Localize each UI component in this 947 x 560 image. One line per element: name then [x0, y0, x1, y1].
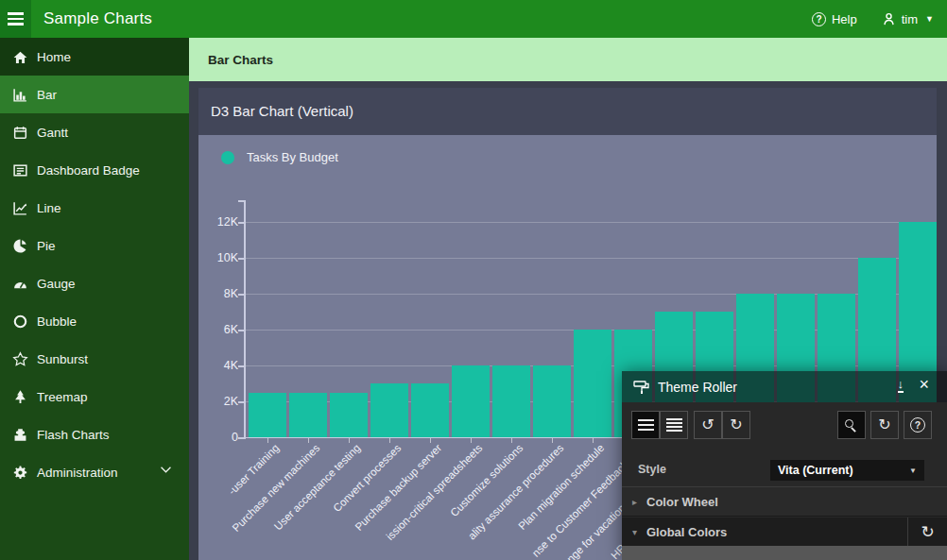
home-icon [10, 49, 29, 65]
caret-right-icon: ▸ [632, 497, 644, 507]
bar[interactable] [289, 393, 327, 438]
chevron-down-icon [160, 466, 172, 474]
line-chart-icon [10, 200, 29, 216]
x-axis-tick [308, 438, 309, 443]
style-select-value: Vita (Current) [778, 464, 853, 477]
undo-button[interactable]: ↺ [694, 411, 722, 439]
section-label: Color Wheel [646, 495, 718, 509]
sidebar-item-flash-charts[interactable]: Flash Charts [0, 416, 189, 453]
sidebar-item-gauge[interactable]: Gauge [0, 264, 189, 302]
y-axis-label: 4K [198, 358, 238, 373]
bar-chart-icon [10, 87, 29, 103]
refresh-icon: ↻ [878, 417, 890, 433]
search-button[interactable] [837, 411, 866, 439]
bar[interactable] [574, 330, 611, 437]
sidebar-item-bubble[interactable]: Bubble [0, 302, 189, 340]
sunburst-icon [10, 351, 29, 367]
bubble-icon [10, 314, 29, 330]
theme-roller-toolbar: ↺ ↻ ↻ ? [622, 402, 947, 453]
section-global-colors[interactable]: ▾ Global Colors ↻ [622, 518, 947, 546]
sidebar-item-line[interactable]: Line [0, 189, 189, 227]
y-axis-label: 2K [198, 394, 238, 409]
legend-marker-icon [221, 151, 234, 164]
section-label: Global Colors [646, 525, 727, 539]
help-button[interactable]: ? Help [812, 12, 857, 26]
gridline [244, 258, 937, 259]
y-axis [244, 200, 246, 439]
sidebar-item-pie[interactable]: Pie [0, 227, 189, 264]
sidebar-item-label: Home [37, 50, 71, 64]
sidebar-item-label: Gauge [37, 277, 76, 291]
y-axis-label: 8K [198, 286, 238, 301]
flash-charts-icon [10, 427, 29, 443]
style-select[interactable]: Vita (Current) ▼ [770, 460, 924, 481]
chart-legend[interactable]: Tasks By Budget [221, 150, 338, 164]
sidebar-item-label: Pie [37, 239, 56, 253]
theme-roller-title: Theme Roller [658, 380, 737, 395]
sidebar-item-label: Bar [37, 88, 57, 102]
sidebar-item-label: Administration [37, 466, 118, 480]
dashboard-badge-icon [10, 162, 29, 178]
redo-button[interactable]: ↻ [722, 411, 750, 439]
y-axis-label: 0 [198, 430, 238, 445]
sidebar-item-treemap[interactable]: Treemap [0, 378, 189, 416]
help-toolbar-button[interactable]: ? [904, 411, 932, 439]
panel-header: D3 Bar Chart (Vertical) [198, 88, 937, 135]
help-label: Help [832, 12, 857, 26]
theme-roller-panel: Theme Roller ↓ × ↺ ↻ ↻ ? [622, 371, 947, 560]
x-axis-tick [349, 438, 350, 443]
y-axis-label: 10K [198, 250, 238, 265]
caret-down-icon: ▼ [925, 14, 934, 24]
bar[interactable] [452, 365, 490, 437]
menu-button[interactable] [0, 0, 31, 38]
x-axis-tick [471, 438, 472, 443]
search-icon [845, 419, 853, 428]
sidebar-item-label: Flash Charts [37, 428, 110, 442]
sidebar-item-label: Line [37, 201, 61, 215]
legend-label: Tasks By Budget [247, 150, 338, 164]
style-label: Style [638, 463, 666, 476]
topbar-right: ? Help tim ▼ [812, 0, 934, 38]
y-axis-label: 6K [198, 322, 238, 337]
user-menu[interactable]: tim ▼ [882, 11, 934, 26]
list-dense-button[interactable] [660, 411, 688, 439]
global-colors-refresh-button[interactable]: ↻ [907, 518, 947, 546]
sidebar-item-bar[interactable]: Bar [0, 76, 189, 113]
sidebar-item-label: Sunburst [37, 352, 88, 366]
sidebar-item-sunburst[interactable]: Sunburst [0, 340, 189, 378]
x-axis-tick [511, 438, 512, 443]
close-icon[interactable]: × [919, 375, 929, 395]
x-axis-tick [267, 438, 268, 443]
style-row: Style Vita (Current) ▼ [622, 453, 947, 486]
breadcrumb-title: Bar Charts [208, 53, 273, 67]
sidebar-item-administration[interactable]: Administration [0, 453, 189, 491]
app-title: Sample Charts [43, 0, 152, 38]
user-name: tim [902, 12, 918, 26]
theme-roller-body: ↺ ↻ ↻ ? Style Vita (Current) ▼ ▸ [622, 402, 947, 546]
sidebar-item-dashboard-badge[interactable]: Dashboard Badge [0, 151, 189, 189]
list-dense-icon [666, 418, 682, 432]
undo-icon: ↺ [701, 417, 714, 433]
y-axis-label: 12K [198, 214, 238, 229]
bar[interactable] [492, 365, 530, 437]
x-axis-tick [552, 438, 553, 443]
section-color-wheel[interactable]: ▸ Color Wheel [622, 486, 947, 517]
sidebar-item-home[interactable]: Home [0, 38, 189, 76]
bar[interactable] [411, 383, 449, 437]
download-icon[interactable]: ↓ [898, 378, 904, 393]
user-icon [882, 11, 896, 26]
sidebar-item-gantt[interactable]: Gantt [0, 113, 189, 151]
help-icon: ? [812, 12, 826, 26]
bar[interactable] [370, 383, 408, 437]
bar[interactable] [249, 393, 286, 438]
sidebar-item-label: Dashboard Badge [37, 163, 140, 178]
bar[interactable] [533, 365, 571, 437]
treemap-icon [10, 389, 29, 405]
bar[interactable] [330, 393, 368, 438]
caret-down-icon: ▾ [632, 527, 644, 537]
list-compact-icon [638, 419, 654, 431]
theme-roller-header[interactable]: Theme Roller ↓ × [622, 371, 947, 402]
panel-title: D3 Bar Chart (Vertical) [211, 103, 353, 119]
refresh-button[interactable]: ↻ [870, 411, 899, 439]
list-compact-button[interactable] [631, 411, 660, 439]
